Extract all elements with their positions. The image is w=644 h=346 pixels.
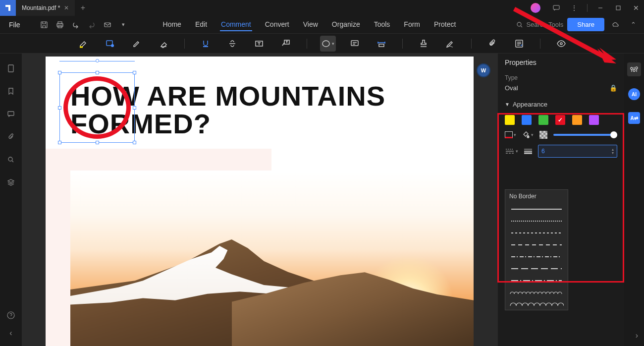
tab-organize[interactable]: Organize [331, 18, 361, 31]
cloud-sync-icon[interactable] [608, 18, 622, 32]
word-export-badge[interactable]: W [477, 63, 490, 77]
tab-comment[interactable]: Comment [220, 18, 252, 31]
user-avatar[interactable] [531, 3, 540, 13]
hide-comments-tool[interactable] [553, 36, 569, 52]
line-style-dotted[interactable] [505, 215, 568, 227]
tab-view[interactable]: View [302, 18, 319, 31]
opacity-slider[interactable] [553, 134, 617, 136]
save-icon[interactable] [37, 18, 51, 32]
translate-icon[interactable]: A⇄ [628, 112, 640, 124]
attachment-tool[interactable] [484, 36, 500, 52]
feedback-icon[interactable] [548, 0, 564, 16]
swatch-yellow[interactable] [505, 115, 515, 125]
swatch-blue[interactable] [522, 115, 532, 125]
line-style-no-border[interactable]: No Border [505, 190, 568, 203]
pencil-tool[interactable] [129, 36, 145, 52]
app-logo-icon [0, 0, 16, 16]
stamp-tool[interactable] [416, 36, 431, 52]
swatch-purple[interactable] [589, 115, 599, 125]
tab-title: Mountain.pdf * [22, 4, 60, 11]
line-style-cloud-tight[interactable] [505, 286, 568, 298]
maximize-button[interactable] [610, 0, 626, 16]
bookmarks-icon[interactable] [6, 86, 16, 96]
swatch-red[interactable] [555, 115, 565, 125]
document-canvas[interactable]: HOW ARE MOUNTAINS FORMED? W [22, 54, 497, 346]
text-box-tool[interactable] [251, 36, 267, 52]
email-icon[interactable] [101, 18, 114, 32]
document-tab[interactable]: Mountain.pdf * ✕ [16, 0, 75, 16]
properties-toggle-icon[interactable] [627, 62, 641, 76]
attachments-panel-icon[interactable] [6, 132, 16, 142]
quick-dropdown-icon[interactable]: ▾ [116, 18, 130, 32]
oval-tool[interactable]: ▾ [320, 36, 336, 52]
callout-tool[interactable] [278, 36, 294, 52]
comments-panel-icon[interactable] [6, 109, 16, 119]
highlighter-tool[interactable] [75, 36, 91, 52]
border-width-input[interactable]: 6 ▴▾ [538, 145, 617, 158]
more-icon[interactable]: ⋮ [566, 0, 582, 16]
tab-edit[interactable]: Edit [194, 18, 208, 31]
fill-color-dropdown[interactable]: ▾ [522, 131, 534, 139]
svg-rect-3 [41, 22, 47, 28]
ai-assistant-icon[interactable]: AI [628, 88, 640, 100]
svg-point-40 [631, 67, 633, 69]
search-panel-icon[interactable] [6, 155, 16, 165]
selection-frame[interactable] [59, 72, 135, 143]
svg-point-27 [560, 43, 562, 45]
close-tab-icon[interactable]: ✕ [64, 4, 69, 11]
minimize-button[interactable] [592, 0, 608, 16]
line-style-dashed-small[interactable] [505, 227, 568, 238]
mountain-photo [70, 171, 474, 346]
line-style-menu: No Border [505, 189, 568, 310]
eraser-tool[interactable] [156, 36, 171, 52]
line-weight-icon[interactable] [523, 148, 533, 155]
help-icon[interactable] [6, 310, 16, 320]
tab-convert[interactable]: Convert [264, 18, 290, 31]
measure-tool[interactable] [374, 36, 389, 52]
swatch-orange[interactable] [572, 115, 582, 125]
redo-icon[interactable] [85, 18, 99, 32]
area-highlight-tool[interactable] [102, 36, 118, 52]
appearance-section-toggle[interactable]: ▼ Appearance [498, 97, 624, 112]
line-style-solid[interactable] [505, 203, 568, 215]
line-style-dash-dot[interactable] [505, 250, 568, 262]
strikethrough-tool[interactable] [224, 36, 240, 52]
share-button[interactable]: Share [567, 18, 604, 31]
type-label: Type [498, 71, 624, 84]
line-style-long-dash-dot[interactable] [505, 274, 568, 286]
undo-icon[interactable] [69, 18, 83, 32]
tab-form[interactable]: Form [403, 18, 421, 31]
layers-icon[interactable] [6, 177, 16, 187]
signature-tool[interactable] [442, 36, 458, 52]
svg-rect-24 [379, 44, 384, 47]
line-style-cloud-loose[interactable] [505, 298, 568, 310]
search-tools[interactable]: Search Tools [516, 21, 563, 28]
thumbnails-icon[interactable] [6, 63, 16, 73]
svg-rect-0 [553, 5, 559, 9]
line-style-dropdown[interactable]: ▾ [505, 148, 518, 155]
underline-tool[interactable] [198, 36, 214, 52]
prev-page-icon[interactable]: ‹ [6, 328, 16, 338]
note-tool[interactable] [347, 36, 363, 52]
svg-line-31 [12, 161, 13, 162]
print-icon[interactable] [53, 18, 67, 32]
swatch-green[interactable] [538, 115, 548, 125]
lock-icon[interactable]: 🔒 [609, 84, 617, 92]
tab-tools[interactable]: Tools [373, 18, 391, 31]
collapse-ribbon-icon[interactable]: ⌃ [626, 18, 640, 32]
svg-rect-6 [58, 26, 62, 28]
border-color-dropdown[interactable]: ▾ [505, 131, 516, 138]
close-window-button[interactable]: ✕ [628, 0, 644, 16]
tab-protect[interactable]: Protect [433, 18, 457, 31]
tab-home[interactable]: Home [162, 18, 182, 31]
width-down-icon[interactable]: ▾ [612, 151, 614, 155]
file-menu[interactable]: File [4, 19, 25, 31]
line-style-dashed-medium[interactable] [505, 238, 568, 250]
next-page-icon[interactable]: › [636, 331, 638, 340]
ribbon-tabs: Home Edit Comment Convert View Organize … [162, 18, 457, 31]
new-tab-button[interactable]: + [75, 3, 91, 12]
appearance-label: Appearance [513, 101, 547, 108]
checklist-tool[interactable] [511, 36, 527, 52]
line-style-long-dash[interactable] [505, 262, 568, 274]
svg-rect-7 [105, 23, 110, 27]
